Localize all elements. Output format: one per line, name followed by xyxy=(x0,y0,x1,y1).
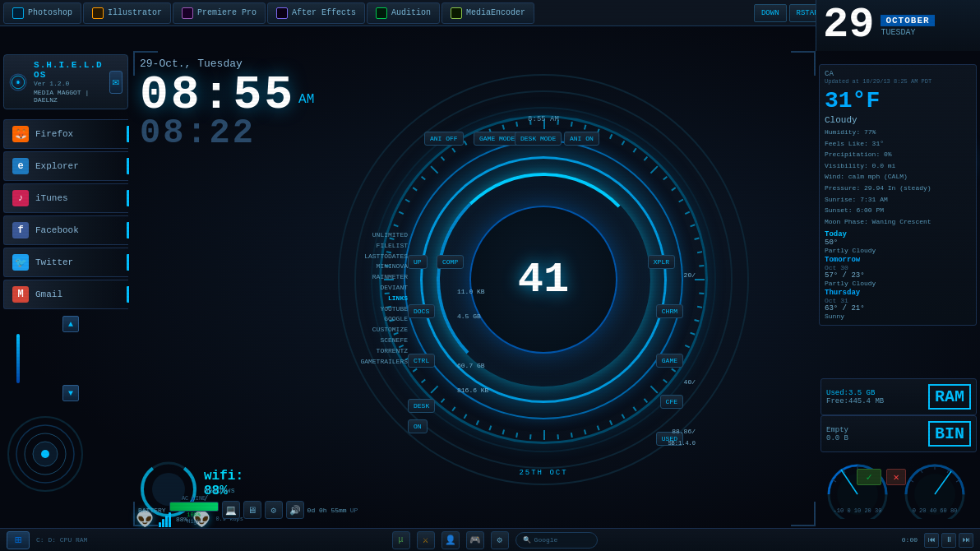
taskbar-icon-4[interactable]: 🔊 xyxy=(286,501,304,519)
chrm-button[interactable]: CHRM xyxy=(656,304,683,318)
scroll-down-arrow[interactable]: ▼ xyxy=(62,385,79,401)
sunrise: Sunrise: 7:31 AM xyxy=(825,194,971,206)
readout-sb: SB:1.4.0 xyxy=(668,440,696,447)
uptime-label: UP xyxy=(350,507,358,514)
itunes-icon: ♪ xyxy=(12,190,29,206)
app-tab-mediaencoder[interactable]: MediaEncoder xyxy=(441,2,534,24)
start-button[interactable]: ⊞ xyxy=(7,531,30,549)
readout-gb1: 4.5 GB xyxy=(457,313,481,320)
torrentz-link[interactable]: TORRENTZ xyxy=(334,346,408,357)
settings-icon[interactable]: ⚙ xyxy=(491,531,509,549)
taskbar-icon-1[interactable]: 💻 xyxy=(222,501,240,519)
mediaencoder-label: MediaEncoder xyxy=(466,8,525,17)
audition-icon xyxy=(376,7,387,19)
thursday-date: Oct 31 xyxy=(825,297,971,304)
taskbar-icon-2[interactable]: 🖥 xyxy=(243,501,261,519)
weather-updated: Updated at 10/29/13 8:25 AM PDT xyxy=(825,78,971,85)
filelist-link[interactable]: FILELIST xyxy=(334,241,408,252)
battery-fill xyxy=(170,502,218,511)
desk-button[interactable]: DESK xyxy=(408,399,435,413)
mail-icon[interactable]: ✉ xyxy=(109,71,122,94)
firefox-icon: 🦊 xyxy=(12,126,29,142)
hud-time-display: 8:55 AM xyxy=(528,115,559,123)
cs-icon[interactable]: ⚔ xyxy=(417,531,435,549)
google-link[interactable]: GOOGLE xyxy=(334,314,408,325)
taskbar-icon-3[interactable]: ⚙ xyxy=(265,501,283,519)
humidity: Humidity: 77% xyxy=(825,127,971,138)
deviant-link[interactable]: DEVIANT xyxy=(334,283,408,294)
app-tab-photoshop[interactable]: Photoshop xyxy=(3,2,81,24)
right-panel: CA Updated at 10/29/13 8:25 AM PDT 31°F … xyxy=(816,51,980,528)
docs-button[interactable]: DOCS xyxy=(408,304,435,318)
app-tab-audition[interactable]: Audition xyxy=(367,2,440,24)
game-button[interactable]: GAME xyxy=(656,354,683,368)
up-button[interactable]: UP xyxy=(408,255,428,269)
readout-gb2: 60.7 GB xyxy=(457,362,485,369)
battery-bar-area: BATTERY AC LINE 100% High 💻 🖥 ⚙ 🔊 0d 0h … xyxy=(138,495,358,525)
gametrailers-link[interactable]: GAMETRAILERS xyxy=(334,357,408,368)
media-time: 0:00 xyxy=(902,536,918,544)
scenefe-link[interactable]: SCENEFE xyxy=(334,336,408,346)
user-icon[interactable]: 👤 xyxy=(441,531,460,549)
battery-label: BATTERY xyxy=(138,507,166,514)
twitter-icon: 🐦 xyxy=(12,254,29,271)
search-box[interactable]: 🔍 Google xyxy=(515,532,598,549)
thursday-temps: 63° / 21° xyxy=(825,304,971,313)
uTorrent-icon[interactable]: μ xyxy=(392,531,410,549)
scroll-up-arrow[interactable]: ▲ xyxy=(62,316,79,332)
innermost-ring: 41 xyxy=(469,206,617,354)
hud-circle: 41 ANI OFF GAME MODE DESK MODE ANI ON 8:… xyxy=(330,66,757,493)
app-tabs: Photoshop Illustrator Premiere Pro After… xyxy=(0,2,754,24)
moon-phase: Moon Phase: Waning Crescent xyxy=(825,216,971,228)
youtube-link[interactable]: YOUTUBE xyxy=(334,304,408,315)
app-tab-illustrator[interactable]: Illustrator xyxy=(83,2,171,24)
hud-left-text: UNLIMITED FILELIST LASTTODATES MININOVA … xyxy=(334,230,408,367)
unlimited-link[interactable]: UNLIMITED xyxy=(334,230,408,241)
app-tab-premiere[interactable]: Premiere Pro xyxy=(173,2,266,24)
ctrl-button[interactable]: CTRL xyxy=(408,354,435,368)
app-tab-aftereffects[interactable]: After Effects xyxy=(267,2,365,24)
mininova-link[interactable]: MININOVA xyxy=(334,262,408,272)
media-play[interactable]: ⏸ xyxy=(941,533,956,548)
comp-button[interactable]: COMP xyxy=(437,255,464,269)
rainmeter-link[interactable]: RAINMETER xyxy=(334,272,408,283)
nav-itunes[interactable]: ♪ iTunes xyxy=(3,183,128,213)
shield-header: S S.H.I.E.L.D OS Ver 1.2.0 MEDIA MAGGOT … xyxy=(3,54,128,109)
firefox-label: Firefox xyxy=(35,129,73,139)
media-next[interactable]: ⏭ xyxy=(959,533,973,548)
photoshop-icon xyxy=(12,7,24,19)
weather-condition: Cloudy xyxy=(825,115,971,125)
precipitation: Precipitation: 0% xyxy=(825,149,971,160)
cfe-button[interactable]: CFE xyxy=(660,395,683,409)
nav-facebook[interactable]: f Facebook xyxy=(3,215,128,245)
game-mode-button[interactable]: GAME MODE xyxy=(474,132,520,146)
down-button[interactable]: DOWN xyxy=(754,4,787,22)
uptime: 0d 0h 55mm xyxy=(307,507,347,514)
on-button[interactable]: ON xyxy=(408,419,428,433)
lasttodates-link[interactable]: LASTTODATES xyxy=(334,252,408,262)
readout-pct2: 40/ xyxy=(684,378,696,386)
nav-explorer[interactable]: e Explorer xyxy=(3,151,128,181)
game-icon[interactable]: 🎮 xyxy=(466,531,484,549)
nav-twitter[interactable]: 🐦 Twitter xyxy=(3,248,128,277)
customize-link[interactable]: CUSTOMIZE xyxy=(334,325,408,336)
media-prev[interactable]: ⏮ xyxy=(924,533,939,548)
nav-gmail[interactable]: M Gmail xyxy=(3,280,128,309)
ani-on-button[interactable]: ANI ON xyxy=(564,132,599,146)
premiere-icon xyxy=(182,7,193,19)
battery-progress xyxy=(169,502,219,512)
shield-info: S.H.I.E.L.D OS Ver 1.2.0 MEDIA MAGGOT | … xyxy=(34,60,103,104)
day-name: TUESDAY xyxy=(881,28,934,37)
ani-off-button[interactable]: ANI OFF xyxy=(424,132,464,146)
center-number: 41 xyxy=(518,256,569,304)
desk-mode-button[interactable]: DESK MODE xyxy=(515,132,562,146)
nav-firefox[interactable]: 🦊 Firefox xyxy=(3,119,128,149)
readout-pct1: 20/ xyxy=(684,271,696,279)
today-desc: Partly Cloudy xyxy=(825,247,971,254)
xplr-button[interactable]: XPLR xyxy=(648,255,675,269)
date-display: 29 OCTOBER TUESDAY xyxy=(816,0,980,51)
today-label: Today xyxy=(825,230,971,238)
readout-pct3: 88.86/ xyxy=(672,428,696,435)
sunset: Sunset: 6:00 PM xyxy=(825,205,971,216)
facebook-icon: f xyxy=(12,222,29,238)
